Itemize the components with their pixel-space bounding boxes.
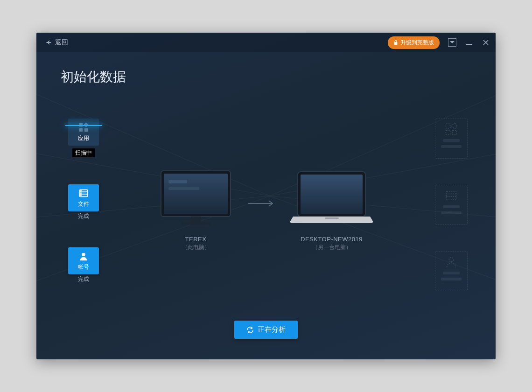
svg-point-16 (81, 190, 81, 191)
desktop-monitor-icon (157, 168, 234, 229)
tile-files[interactable]: 文件 完成 (68, 184, 99, 220)
minimize-button[interactable] (463, 36, 475, 49)
refresh-icon (246, 326, 254, 334)
ghost-tile-accounts (435, 251, 468, 291)
files-icon (78, 188, 89, 198)
tile-apps-label: 应用 (78, 134, 89, 142)
svg-rect-10 (84, 122, 88, 127)
back-button[interactable]: 返回 (45, 38, 68, 47)
svg-rect-28 (301, 175, 363, 214)
upgrade-label: 升级到完整版 (400, 39, 434, 47)
tile-accounts-label: 帐号 (78, 263, 89, 271)
close-icon (483, 39, 489, 46)
svg-rect-22 (168, 180, 187, 183)
files-outline-icon (444, 189, 459, 202)
svg-rect-30 (446, 124, 450, 128)
transfer-arrow-icon (247, 199, 275, 208)
target-computer-name: DESKTOP-NEW2019 (288, 236, 375, 243)
analyze-button[interactable]: 正在分析 (234, 321, 298, 339)
svg-rect-33 (452, 130, 456, 134)
ghost-tile-files (435, 185, 468, 225)
svg-point-17 (81, 192, 81, 193)
source-computer: TEREX （此电脑） (157, 168, 234, 252)
person-outline-icon (444, 255, 459, 268)
source-computer-name: TEREX (157, 236, 234, 243)
lock-icon (393, 40, 398, 45)
tile-files-status: 完成 (78, 213, 89, 219)
source-category-tiles: 应用 扫描中 文件 完成 帐号 完成 (68, 119, 99, 283)
svg-rect-25 (182, 222, 210, 225)
tile-apps[interactable]: 应用 扫描中 (68, 119, 99, 157)
laptop-icon (288, 168, 375, 229)
tile-accounts-status: 完成 (78, 276, 89, 282)
svg-point-37 (449, 258, 453, 262)
svg-point-18 (81, 195, 81, 195)
tile-files-label: 文件 (78, 200, 89, 208)
svg-rect-9 (79, 123, 83, 126)
minimize-icon (466, 39, 472, 46)
close-button[interactable] (480, 36, 492, 49)
analyze-label: 正在分析 (258, 325, 286, 334)
svg-rect-12 (84, 128, 88, 131)
app-window: 返回 升级到完整版 初始化数据 (36, 33, 496, 359)
svg-rect-32 (446, 130, 450, 134)
svg-rect-34 (447, 191, 456, 200)
titlebar: 返回 升级到完整版 (36, 33, 496, 52)
upgrade-button[interactable]: 升级到完整版 (388, 36, 440, 49)
ghost-tile-apps (435, 119, 468, 159)
target-computer: DESKTOP-NEW2019 （另一台电脑） (288, 168, 375, 252)
target-computer-sub: （另一台电脑） (288, 244, 375, 252)
tile-accounts[interactable]: 帐号 完成 (68, 247, 99, 283)
chevron-down-icon (450, 41, 455, 44)
page-title: 初始化数据 (61, 68, 496, 86)
svg-rect-11 (79, 128, 83, 131)
back-label: 返回 (55, 38, 68, 47)
apps-icon (78, 122, 89, 133)
target-category-placeholders (435, 119, 468, 291)
back-arrow-icon (45, 39, 52, 46)
source-computer-sub: （此电脑） (157, 244, 234, 252)
transfer-diagram: TEREX （此电脑） DESKTOP-NEW2019 （另一台电脑） (153, 168, 379, 252)
tile-apps-status: 扫描中 (72, 148, 95, 157)
svg-rect-23 (168, 187, 199, 190)
dropdown-button[interactable] (446, 36, 458, 49)
svg-rect-31 (451, 123, 457, 129)
svg-rect-24 (191, 217, 201, 222)
apps-outline-icon (444, 123, 459, 136)
person-icon (78, 251, 89, 261)
svg-rect-29 (325, 217, 339, 219)
svg-point-19 (82, 252, 85, 256)
svg-rect-21 (164, 174, 228, 214)
svg-rect-8 (466, 44, 472, 45)
